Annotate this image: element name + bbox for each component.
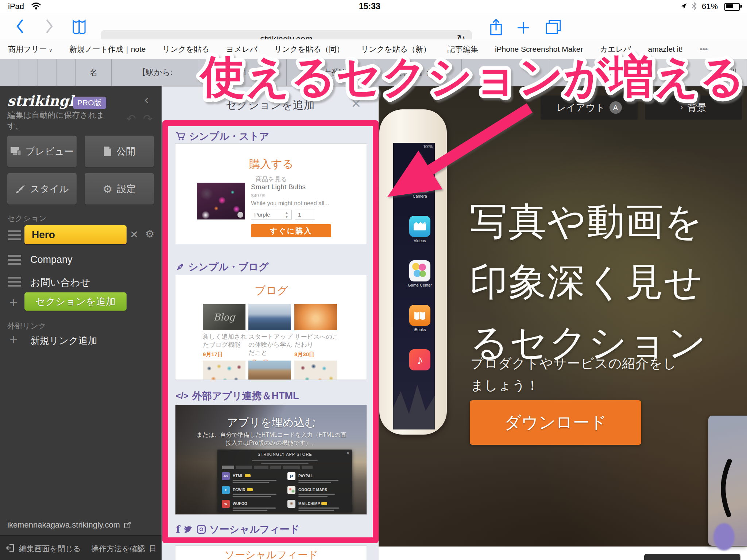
blog-post[interactable]: サービスへのこだわり 8月30日 (294, 333, 339, 358)
close-panel-icon[interactable]: ✕ (351, 96, 361, 111)
blog-thumb-3 (294, 304, 337, 330)
tab[interactable]: 【駅から: (112, 59, 199, 86)
variant-select[interactable]: Purple ▲▼ (251, 210, 292, 219)
blog-post[interactable]: 新しく追加されたブログ機能 9月17日 (203, 333, 247, 358)
bookmark-item[interactable]: ヨメレバ (226, 44, 258, 54)
buy-now-button[interactable]: すぐに購入 (251, 224, 331, 237)
brush-icon (15, 184, 26, 194)
floating-media-panel (708, 416, 747, 546)
bookmark-overflow[interactable]: ••• (700, 45, 708, 54)
share-button[interactable] (488, 18, 504, 36)
section-hero-label: Hero (32, 229, 55, 241)
facebook-icon: f (176, 524, 180, 536)
style-button[interactable]: スタイル (7, 173, 77, 205)
store-section-heading: シンプル・ストア (176, 130, 269, 143)
download-button[interactable]: ダウンロード (470, 400, 641, 445)
language-toggle[interactable]: 日 (149, 544, 156, 554)
add-link-button[interactable]: 新規リンク追加 (30, 334, 97, 347)
qty-input[interactable]: 1 (295, 210, 315, 219)
drag-handle-icon[interactable] (8, 230, 21, 240)
drag-handle-icon[interactable] (8, 255, 21, 265)
tab-empty[interactable] (0, 59, 19, 86)
tab-active[interactable]: 中川 (637, 59, 747, 86)
iphone-image: 100% Camera Videos Game Center (379, 109, 447, 435)
store-template-card[interactable]: 購入する 商品を見る Smart Light Bulbs $49.99 Whil… (175, 143, 367, 244)
tab-empty[interactable] (57, 59, 76, 86)
section-item-hero[interactable]: Hero (24, 225, 127, 244)
html-card-desc-line2: 接入力はPro版のみの機能です）。 (175, 439, 367, 447)
bookmark-item[interactable]: カエレバ (600, 44, 631, 54)
redo-icon[interactable]: ↷ (143, 112, 153, 126)
tab[interactable]: USCM ナ... (199, 59, 287, 86)
tab-empty[interactable] (19, 59, 38, 86)
tab[interactable]: 名 (76, 59, 112, 86)
collapse-sidebar-icon[interactable]: ‹ (144, 92, 148, 106)
style-label: スタイル (30, 183, 69, 195)
bookmark-item[interactable]: 商用フリー ∨ (8, 44, 53, 54)
delete-section-icon[interactable]: ✕ (130, 229, 138, 241)
close-editor-button[interactable]: 編集画面を閉じる (19, 544, 81, 554)
videos-app-icon (409, 216, 430, 237)
section-item-company[interactable]: Company (30, 254, 73, 265)
tab[interactable] (462, 59, 549, 86)
bookmarks-button[interactable] (71, 19, 87, 34)
device-label: iPad (8, 2, 24, 11)
hero-subtext-line[interactable]: ましょう！ (471, 377, 539, 394)
html-card-desc-line1: または、自分で準備したHTMLコードを入力（HTMLの直 (175, 431, 367, 439)
blog-post-title: スタートアップの体験から学んだこと (248, 333, 293, 356)
bookmark-item[interactable]: 記事編集 (448, 44, 478, 54)
camera-app-label: Camera (400, 194, 435, 198)
ecwid-app-icon: e (222, 486, 230, 494)
section-item-contact[interactable]: お問い合わせ (30, 276, 90, 289)
site-url[interactable]: ikemennakagawa.strikingly.com (7, 520, 131, 530)
ibooks-app-label: iBooks (400, 327, 435, 332)
tab[interactable] (549, 59, 637, 86)
drag-handle-icon[interactable] (8, 277, 21, 287)
section-settings-icon[interactable]: ⚙ (145, 228, 154, 240)
publish-button[interactable]: 公開 (85, 136, 154, 167)
back-button[interactable] (15, 18, 26, 35)
safari-toolbar: strikingly.com ↻ (0, 13, 747, 39)
download-button-label: ダウンロード (504, 411, 607, 434)
bookmark-item[interactable]: リンクを貼る（新） (361, 44, 430, 54)
bookmark-item[interactable]: リンクを貼る（同） (274, 44, 344, 54)
blog-card-title: ブログ (175, 283, 367, 298)
media-panel-blob (713, 523, 735, 551)
preview-button[interactable]: プレビュー (7, 136, 77, 167)
external-link-icon (124, 521, 131, 529)
bookmark-item[interactable]: amazlet it! (648, 45, 683, 54)
tabs-button[interactable] (545, 19, 562, 35)
bookmark-item[interactable]: iPhone Screenshot Maker (495, 45, 583, 54)
blog-template-card[interactable]: ブログ Blog 新しく追加されたブログ機能 9月17日 スタートアップの体験か… (175, 275, 367, 380)
background-button[interactable]: › 背景 (645, 96, 742, 120)
blog-heading-label: シンプル・ブログ (188, 260, 268, 273)
forward-button[interactable] (44, 18, 55, 35)
hero-headline-line[interactable]: 写真や動画を (470, 197, 704, 248)
next-section-bar (644, 554, 740, 560)
hero-headline-line[interactable]: 印象深く見せ (470, 257, 704, 308)
hero-subtext-line[interactable]: プロダクトやサービスの紹介をし (471, 355, 677, 373)
panel-title: セクションを追加 (162, 98, 379, 113)
bookmark-item[interactable]: リンクを貼る (163, 44, 209, 54)
tab-empty[interactable] (38, 59, 57, 86)
tab[interactable]: 麻布十番駅... (287, 59, 374, 86)
wufoo-app-icon: W (222, 500, 230, 508)
app-entry: P PAYPAL (287, 472, 349, 483)
layout-button[interactable]: レイアウト A (541, 96, 638, 120)
social-section-heading: f ソーシャルフィード (176, 523, 299, 536)
social-template-card[interactable]: ソーシャルフィード 最新情報をチェック！ (175, 545, 367, 560)
app-entry: MAILCHIMP (287, 500, 349, 511)
tab-bar: 名 【駅から: USCM ナ... 麻布十番駅... 【格安】赤... 中川 (0, 59, 747, 86)
undo-icon[interactable]: ↶ (126, 112, 136, 126)
app-entry: GOOGLE MAPS (287, 486, 349, 497)
tab[interactable]: 【格安】赤... (374, 59, 462, 86)
bookmark-item[interactable]: 新規ノート作成｜note (69, 44, 146, 54)
buy-now-label: すぐに購入 (270, 226, 312, 236)
settings-button[interactable]: ⚙ 設定 (85, 173, 154, 205)
add-section-button[interactable]: セクションを追加 (24, 292, 127, 311)
new-tab-button[interactable] (516, 21, 531, 34)
help-button[interactable]: 操作方法を確認 (91, 544, 145, 554)
app-store-modal: STRIKINGLY APP STORE ✕ </> HTML P PAYPAL (217, 450, 352, 512)
html-template-card[interactable]: アプリを埋め込む または、自分で準備したHTMLコードを入力（HTMLの直 接入… (175, 405, 367, 515)
blog-thumb-4 (203, 361, 245, 380)
